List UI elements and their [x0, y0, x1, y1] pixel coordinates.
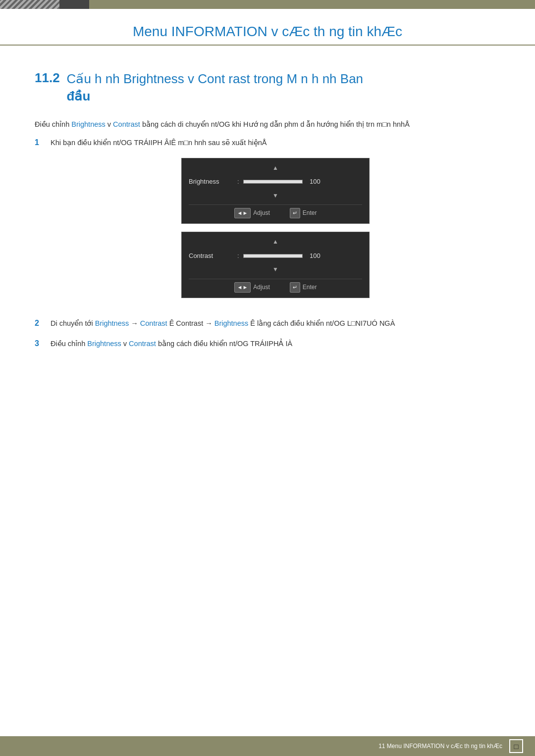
section-title: Cấu h nh Brightness v Cont rast trong M …: [67, 70, 363, 105]
adjust-icon-brightness: ◄►: [234, 208, 251, 219]
osd-menu-row-brightness: Brightness : 100: [189, 174, 362, 190]
step-item-1: 1 Khi bạn điều khiển nt/OG TRÁIIPH ÂIÊ m…: [35, 137, 500, 309]
body-rest-1: bằng cách di chuyển nt/OG khi Hướ ng dẫn…: [142, 120, 410, 128]
adjust-label-contrast: Adjust: [253, 283, 269, 292]
osd-box-brightness: ▲ Brightness : 100 ▼: [181, 158, 370, 224]
top-bar-pattern: [0, 0, 59, 9]
page-title: Menu INFORMATION v cÆc th ng tin khÆc: [30, 24, 505, 40]
step2-contrast: Contrast: [140, 319, 167, 327]
osd-sep-brightness: :: [237, 177, 239, 187]
osd-bar-area-brightness: 100: [243, 177, 362, 187]
step-number-1: 1: [35, 138, 44, 147]
step-number-2: 2: [35, 319, 44, 328]
brightness-highlight-1: Brightness: [71, 120, 106, 128]
adjust-label-brightness: Adjust: [253, 208, 269, 218]
osd-footer-enter-brightness: ↵ Enter: [290, 208, 317, 219]
osd-arrow-up-contrast: ▲: [189, 236, 362, 248]
section-title-part2: rast trong M n h nh Ban: [228, 71, 363, 86]
osd-arrow-down-brightness: ▼: [189, 190, 362, 202]
section-heading: 11.2 Cấu h nh Brightness v Cont rast tro…: [35, 70, 500, 105]
osd-bar-brightness: [243, 180, 303, 184]
step2-brightness3: Brightness: [214, 319, 249, 327]
step3-brightness: Brightness: [87, 340, 121, 348]
enter-label-brightness: Enter: [303, 208, 317, 218]
and-1: v: [107, 120, 111, 128]
footer-text: 11 Menu INFORMATION v cÆc th ng tin khÆc: [378, 743, 502, 750]
osd-footer-adjust-brightness: ◄► Adjust: [234, 208, 270, 219]
step3-prefix: Điều chỉnh: [51, 340, 85, 348]
footer-page-box: □: [509, 739, 523, 753]
step-text-1: Khi bạn điều khiển nt/OG TRÁIIPH ÂIÊ m□n…: [51, 137, 500, 309]
main-content: 11.2 Cấu h nh Brightness v Cont rast tro…: [0, 46, 535, 398]
osd-arrow-up-brightness: ▲: [189, 162, 362, 174]
intro-paragraph: Điều chỉnh Brightness v Contrast bằng cá…: [35, 119, 500, 130]
osd-menu-row-contrast: Contrast : 100: [189, 248, 362, 264]
step2-brightness: Brightness: [95, 319, 129, 327]
step-text-3: Điều chỉnh Brightness v Contrast bằng cá…: [51, 338, 500, 350]
osd-footer-adjust-contrast: ◄► Adjust: [234, 282, 270, 293]
osd-bar-fill-contrast: [244, 254, 302, 257]
top-bar: [0, 0, 535, 9]
step2-midtext: Ê Contrast →: [169, 319, 214, 327]
step3-and: v: [123, 340, 127, 348]
enter-icon-brightness: ↵: [290, 208, 300, 219]
intro-prefix: Điều chỉnh: [35, 120, 69, 128]
footer-page-icon: □: [514, 742, 518, 751]
top-bar-dark: [59, 0, 89, 9]
step2-rest: Ê lằng cách điều khiển nt/OG L□NI7UÓ NGÀ: [250, 319, 395, 327]
section-title-part1: Cấu h nh Brightness v Cont: [67, 71, 225, 86]
step3-contrast: Contrast: [129, 340, 156, 348]
section-title-bold: đầu: [67, 89, 91, 103]
step-item-3: 3 Điều chỉnh Brightness v Contrast bằng …: [35, 338, 500, 350]
step-text-2: Di chuyển tới Brightness → Contrast Ê Co…: [51, 318, 500, 329]
step2-arrow1: →: [131, 319, 140, 327]
osd-bar-fill-brightness: [244, 180, 302, 183]
osd-bar-area-contrast: 100: [243, 251, 362, 261]
step3-rest: bằng cách điều khiển nt/OG TRÁIIPHẢ IÀ: [158, 340, 292, 348]
osd-value-brightness: 100: [307, 177, 321, 187]
osd-label-brightness: Brightness: [189, 177, 233, 187]
osd-bar-contrast: [243, 254, 303, 258]
section-number: 11.2: [35, 70, 60, 86]
enter-icon-contrast: ↵: [290, 282, 300, 293]
osd-footer-brightness: ◄► Adjust ↵ Enter: [189, 204, 362, 219]
step1-text: Khi bạn điều khiển nt/OG TRÁIIPH ÂIÊ m□n…: [51, 139, 267, 147]
adjust-icon-contrast: ◄►: [234, 282, 251, 293]
step-list: 1 Khi bạn điều khiển nt/OG TRÁIIPH ÂIÊ m…: [35, 137, 500, 350]
page-header: Menu INFORMATION v cÆc th ng tin khÆc: [0, 9, 535, 46]
osd-footer-contrast: ◄► Adjust ↵ Enter: [189, 279, 362, 293]
osd-footer-enter-contrast: ↵ Enter: [290, 282, 317, 293]
contrast-highlight-1: Contrast: [113, 120, 140, 128]
osd-box-contrast: ▲ Contrast : 100 ▼: [181, 232, 370, 298]
osd-container: ▲ Brightness : 100 ▼: [51, 158, 500, 299]
step2-prefix: Di chuyển tới: [51, 319, 93, 327]
step-item-2: 2 Di chuyển tới Brightness → Contrast Ê …: [35, 318, 500, 329]
page-footer: 11 Menu INFORMATION v cÆc th ng tin khÆc…: [0, 736, 535, 756]
enter-label-contrast: Enter: [303, 283, 317, 292]
osd-arrow-down-contrast: ▼: [189, 264, 362, 275]
osd-label-contrast: Contrast: [189, 251, 233, 261]
osd-value-contrast: 100: [307, 251, 321, 261]
step-number-3: 3: [35, 339, 44, 348]
osd-sep-contrast: :: [237, 251, 239, 261]
